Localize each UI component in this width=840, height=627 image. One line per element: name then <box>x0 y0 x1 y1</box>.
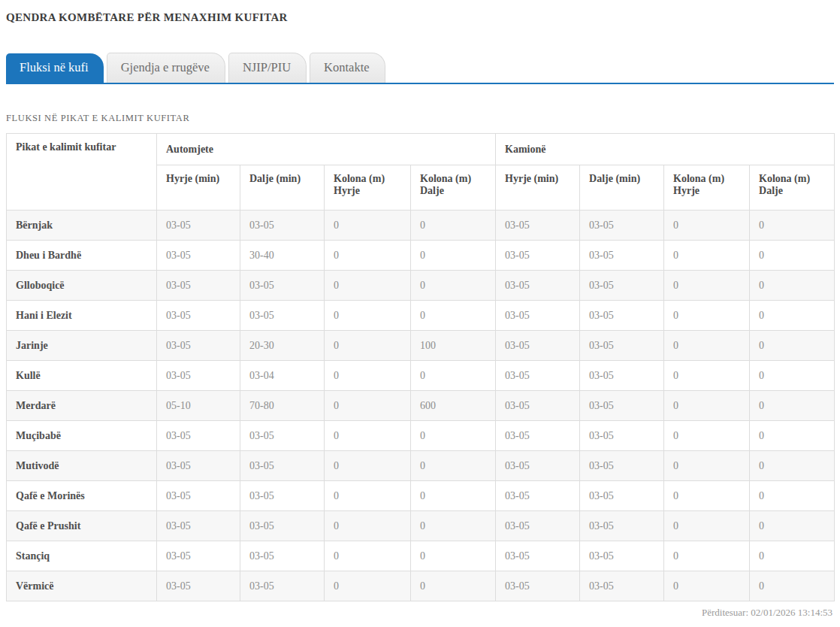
site-title: QENDRA KOMBËTARE PËR MENAXHIM KUFITAR <box>6 0 834 24</box>
column-header-kamion-kolona-dalje: Kolona (m) Dalje <box>750 165 835 211</box>
tab-njip-piu[interactable]: NJIP/PIU <box>228 53 307 83</box>
table-row: Glloboqicë03-0503-050003-0503-0500 <box>7 271 835 301</box>
last-updated-text: Përditesuar: 02/01/2026 13:14:53 <box>6 601 834 627</box>
table-cell: 03-05 <box>240 511 325 541</box>
table-cell: 03-05 <box>580 271 664 301</box>
table-cell: 03-05 <box>496 211 580 241</box>
table-cell: 0 <box>664 451 750 481</box>
table-cell: 0 <box>325 571 411 601</box>
table-cell: 03-05 <box>496 511 580 541</box>
table-cell: 03-05 <box>496 451 580 481</box>
border-point-name: Dheu i Bardhë <box>7 241 157 271</box>
table-cell: 0 <box>664 511 750 541</box>
table-cell: 03-05 <box>496 271 580 301</box>
table-cell: 03-05 <box>240 451 325 481</box>
table-cell: 0 <box>411 571 496 601</box>
table-cell: 0 <box>664 361 750 391</box>
table-cell: 03-05 <box>157 451 240 481</box>
table-row: Qafë e Prushit03-0503-050003-0503-0500 <box>7 511 835 541</box>
border-point-name: Qafë e Morinës <box>7 481 157 511</box>
border-point-name: Hani i Elezit <box>7 301 157 331</box>
table-cell: 03-05 <box>240 211 325 241</box>
table-cell: 0 <box>750 241 835 271</box>
border-point-name: Glloboqicë <box>7 271 157 301</box>
table-cell: 0 <box>664 421 750 451</box>
table-cell: 0 <box>664 241 750 271</box>
table-row: Mutivodë03-0503-050003-0503-0500 <box>7 451 835 481</box>
column-header-kamion-hyrje: Hyrje (min) <box>496 165 580 211</box>
table-cell: 03-05 <box>580 241 664 271</box>
table-header: Pikat e kalimit kufitar Automjete Kamion… <box>7 134 835 211</box>
table-cell: 03-05 <box>157 541 240 571</box>
tab-bar: Fluksi në kufi Gjendja e rrugëve NJIP/PI… <box>6 53 834 84</box>
table-cell: 03-05 <box>496 361 580 391</box>
table-cell: 0 <box>411 541 496 571</box>
border-point-name: Kullë <box>7 361 157 391</box>
table-cell: 0 <box>750 361 835 391</box>
table-cell: 03-05 <box>496 421 580 451</box>
table-cell: 05-10 <box>157 391 240 421</box>
table-cell: 0 <box>325 271 411 301</box>
table-cell: 0 <box>411 421 496 451</box>
table-cell: 03-05 <box>157 481 240 511</box>
table-cell: 0 <box>411 301 496 331</box>
table-cell: 0 <box>664 391 750 421</box>
table-cell: 0 <box>325 511 411 541</box>
table-cell: 0 <box>664 481 750 511</box>
table-cell: 0 <box>750 571 835 601</box>
border-point-name: Mutivodë <box>7 451 157 481</box>
table-cell: 0 <box>750 211 835 241</box>
border-point-name: Bërnjak <box>7 211 157 241</box>
table-row: Stançiq03-0503-050003-0503-0500 <box>7 541 835 571</box>
table-cell: 03-05 <box>240 481 325 511</box>
table-cell: 0 <box>664 301 750 331</box>
table-body: Bërnjak03-0503-050003-0503-0500Dheu i Ba… <box>7 211 835 601</box>
table-cell: 0 <box>750 451 835 481</box>
table-cell: 0 <box>750 331 835 361</box>
tab-fluksi-ne-kufi[interactable]: Fluksi në kufi <box>6 53 104 83</box>
table-cell: 0 <box>664 331 750 361</box>
table-cell: 0 <box>750 481 835 511</box>
table-cell: 70-80 <box>240 391 325 421</box>
table-cell: 03-05 <box>496 571 580 601</box>
border-point-name: Vërmicë <box>7 571 157 601</box>
table-cell: 0 <box>664 271 750 301</box>
table-cell: 03-05 <box>157 211 240 241</box>
table-cell: 03-05 <box>157 271 240 301</box>
table-cell: 0 <box>664 541 750 571</box>
border-point-name: Jarinje <box>7 331 157 361</box>
column-header-kamion-dalje: Dalje (min) <box>580 165 664 211</box>
table-row: Hani i Elezit03-0503-050003-0503-0500 <box>7 301 835 331</box>
table-cell: 03-05 <box>580 211 664 241</box>
table-cell: 0 <box>750 541 835 571</box>
table-cell: 0 <box>750 391 835 421</box>
table-cell: 0 <box>664 211 750 241</box>
group-header-automjete: Automjete <box>157 134 496 165</box>
table-cell: 03-05 <box>157 421 240 451</box>
table-cell: 0 <box>325 211 411 241</box>
border-point-name: Stançiq <box>7 541 157 571</box>
table-cell: 0 <box>325 421 411 451</box>
table-row: Merdarë05-1070-80060003-0503-0500 <box>7 391 835 421</box>
table-cell: 0 <box>750 301 835 331</box>
border-point-name: Merdarë <box>7 391 157 421</box>
table-cell: 03-05 <box>240 421 325 451</box>
table-cell: 03-05 <box>580 391 664 421</box>
column-header-border-points: Pikat e kalimit kufitar <box>7 134 157 211</box>
tab-kontakte[interactable]: Kontakte <box>310 53 385 83</box>
table-row: Qafë e Morinës03-0503-050003-0503-0500 <box>7 481 835 511</box>
table-cell: 0 <box>325 361 411 391</box>
tab-gjendja-e-rrugeve[interactable]: Gjendja e rrugëve <box>107 53 225 83</box>
table-cell: 03-05 <box>157 331 240 361</box>
group-header-kamione: Kamionë <box>496 134 835 165</box>
table-cell: 03-05 <box>580 481 664 511</box>
table-cell: 0 <box>325 451 411 481</box>
table-cell: 0 <box>750 271 835 301</box>
column-header-auto-hyrje: Hyrje (min) <box>157 165 240 211</box>
table-cell: 03-05 <box>157 361 240 391</box>
table-cell: 30-40 <box>240 241 325 271</box>
table-cell: 03-05 <box>496 541 580 571</box>
table-cell: 0 <box>411 511 496 541</box>
table-cell: 03-04 <box>240 361 325 391</box>
table-cell: 0 <box>411 361 496 391</box>
